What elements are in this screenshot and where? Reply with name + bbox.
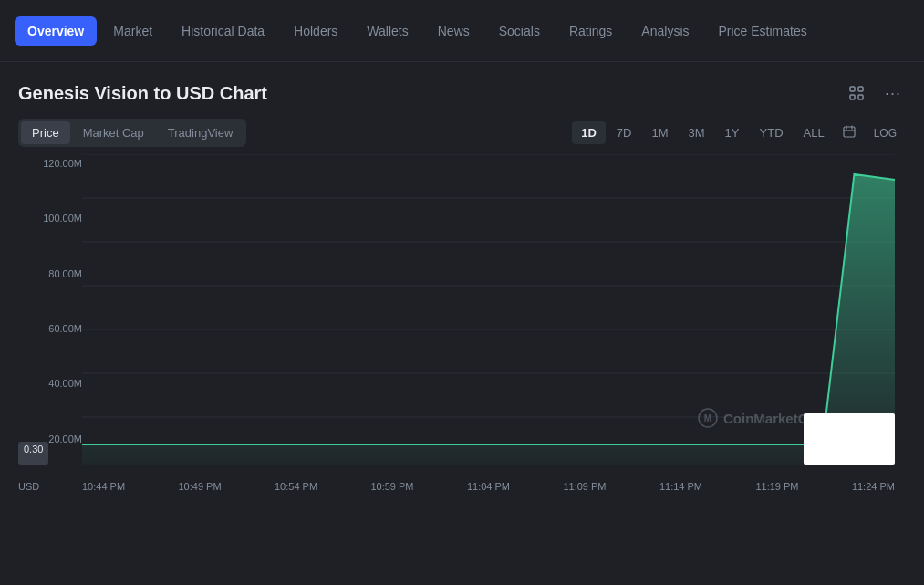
price-badge: 0.30	[18, 442, 48, 465]
x-label-1: 10:49 PM	[178, 481, 221, 492]
chart-header: Genesis Vision to USD Chart ···	[18, 80, 906, 106]
time-btn-7d[interactable]: 7D	[607, 121, 641, 144]
time-btn-1y[interactable]: 1Y	[716, 121, 749, 144]
x-label-3: 10:59 PM	[370, 481, 413, 492]
y-label-0: 120.00M	[18, 158, 82, 169]
x-label-2: 10:54 PM	[275, 481, 317, 492]
top-nav: OverviewMarketHistorical DataHoldersWall…	[0, 0, 924, 62]
nav-item-news[interactable]: News	[425, 16, 483, 46]
chart-area: 120.00M100.00M80.00M60.00M40.00M20.00M 0…	[18, 154, 906, 492]
chart-type-tab-market-cap[interactable]: Market Cap	[72, 121, 155, 144]
y-label-3: 60.00M	[18, 323, 82, 334]
time-btn-1m[interactable]: 1M	[642, 121, 677, 144]
x-label-7: 11:19 PM	[755, 481, 798, 492]
chart-header-actions: ···	[844, 80, 906, 106]
chart-type-tab-price[interactable]: Price	[21, 121, 70, 144]
nav-item-price-estimates[interactable]: Price Estimates	[706, 16, 820, 46]
x-label-0: 10:44 PM	[82, 481, 125, 492]
chart-title: Genesis Vision to USD Chart	[18, 83, 267, 104]
main-content: Genesis Vision to USD Chart ··· PriceMar…	[0, 62, 924, 585]
y-label-1: 100.00M	[18, 213, 82, 224]
nav-item-historical-data[interactable]: Historical Data	[169, 16, 277, 46]
nav-item-socials[interactable]: Socials	[486, 16, 553, 46]
y-label-2: 80.00M	[18, 268, 82, 279]
nav-item-holders[interactable]: Holders	[281, 16, 350, 46]
nav-item-ratings[interactable]: Ratings	[556, 16, 625, 46]
calendar-button[interactable]	[836, 120, 863, 145]
log-toggle-button[interactable]: LOG	[865, 122, 906, 144]
chart-type-tabs: PriceMarket CapTradingView	[18, 119, 246, 147]
x-axis: 10:44 PM10:49 PM10:54 PM10:59 PM11:04 PM…	[82, 477, 895, 492]
x-label-8: 11:24 PM	[852, 481, 895, 492]
chart-controls: PriceMarket CapTradingView 1D7D1M3M1YYTD…	[18, 119, 906, 147]
nav-item-analysis[interactable]: Analysis	[628, 16, 701, 46]
svg-rect-2	[850, 95, 855, 99]
nav-item-wallets[interactable]: Wallets	[354, 16, 420, 46]
svg-rect-4	[844, 127, 855, 137]
svg-rect-1	[858, 87, 863, 91]
time-btn-ytd[interactable]: YTD	[751, 121, 793, 144]
expand-button[interactable]	[844, 80, 869, 106]
y-label-4: 40.00M	[18, 378, 82, 389]
nav-item-market[interactable]: Market	[100, 16, 165, 46]
x-label-5: 11:09 PM	[563, 481, 606, 492]
time-btn-all[interactable]: ALL	[794, 121, 834, 144]
time-controls: 1D7D1M3M1YYTDALLLOG	[572, 120, 906, 145]
svg-text:M: M	[704, 413, 711, 423]
x-label-6: 11:14 PM	[659, 481, 702, 492]
chart-type-tab-tradingview[interactable]: TradingView	[157, 121, 244, 144]
nav-item-overview[interactable]: Overview	[15, 16, 97, 46]
more-options-button[interactable]: ···	[880, 80, 906, 106]
svg-rect-0	[850, 87, 855, 91]
bottom-overlay-box	[804, 413, 895, 465]
time-btn-1d[interactable]: 1D	[572, 121, 606, 144]
usd-label: USD	[18, 477, 82, 492]
price-badge-value: 0.30	[24, 444, 43, 454]
svg-rect-3	[858, 95, 863, 99]
x-label-4: 11:04 PM	[467, 481, 510, 492]
cmc-logo-icon: M	[698, 408, 718, 428]
time-btn-3m[interactable]: 3M	[680, 121, 714, 144]
